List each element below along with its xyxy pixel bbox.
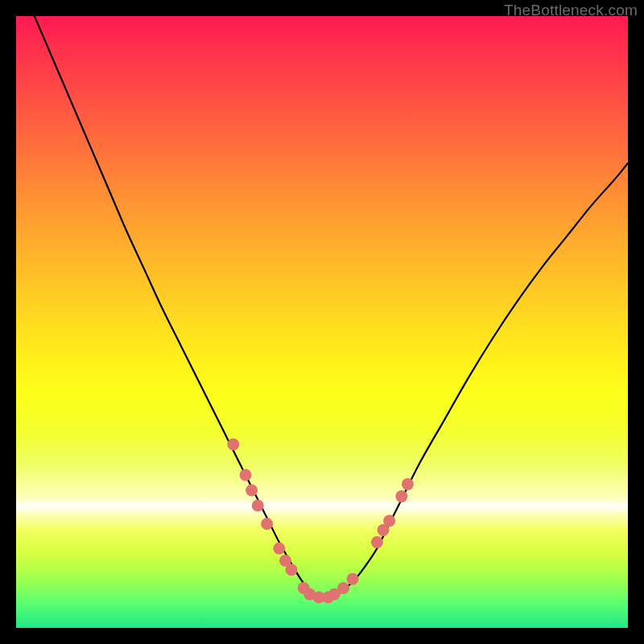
bottleneck-curve (16, 0, 628, 598)
curve-marker (395, 490, 407, 502)
curve-marker (383, 515, 395, 527)
curve-marker (347, 573, 359, 585)
chart-svg (16, 16, 628, 628)
curve-marker (227, 439, 239, 451)
curve-marker (240, 469, 252, 481)
watermark-text: TheBottleneck.com (504, 2, 638, 19)
curve-marker (246, 485, 258, 497)
curve-marker (337, 582, 349, 594)
chart-frame: TheBottleneck.com (0, 0, 644, 644)
curve-marker (252, 500, 264, 512)
curve-marker (286, 564, 298, 576)
curve-marker (402, 478, 414, 490)
curve-markers (227, 439, 414, 604)
curve-marker (273, 543, 285, 555)
curve-marker (371, 536, 383, 548)
curve-marker (261, 518, 273, 530)
plot-area (16, 16, 628, 628)
